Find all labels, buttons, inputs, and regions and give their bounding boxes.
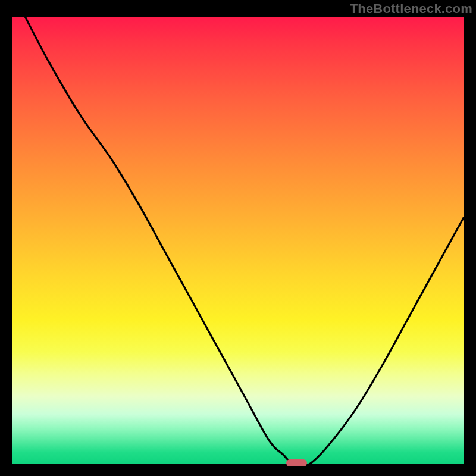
- bottleneck-curve-svg: [12, 17, 464, 464]
- chart-frame: TheBottleneck.com: [0, 0, 476, 476]
- bottleneck-curve-path: [25, 17, 464, 464]
- watermark-text: TheBottleneck.com: [350, 1, 472, 17]
- optimal-point-marker: [286, 459, 306, 466]
